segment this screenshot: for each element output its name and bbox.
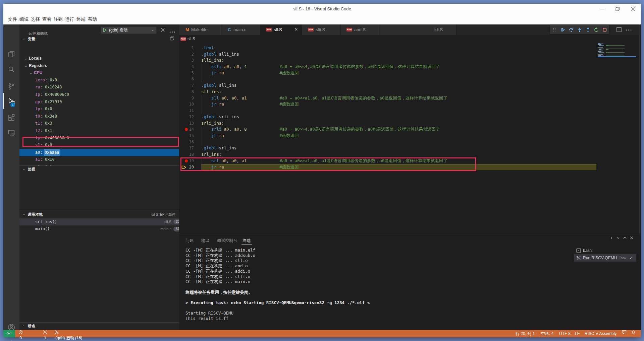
activity-bar-extensions-icon[interactable] bbox=[7, 114, 15, 122]
debug-stop-icon[interactable] bbox=[602, 27, 607, 32]
register-row-ra[interactable]: ra: 0x10248 bbox=[19, 84, 179, 91]
more-actions-icon[interactable]: ··· bbox=[169, 29, 176, 35]
status-line-col[interactable]: 行 20, 列 1 bbox=[516, 330, 535, 337]
section-callstack[interactable]: ⌄调用堆栈 因 STEP 已暂停 bbox=[19, 211, 179, 218]
panel-tab-输出[interactable]: 输出 bbox=[201, 237, 209, 244]
status-eol[interactable]: LF bbox=[575, 330, 580, 337]
register-row-a0[interactable]: a0: 0xaaaa bbox=[19, 149, 179, 156]
panel-tab-问题[interactable]: 问题 bbox=[185, 237, 194, 244]
tab-sll.S[interactable]: ASMsll.S✕ bbox=[260, 24, 302, 35]
debug-step-out-icon[interactable] bbox=[585, 27, 591, 32]
terminal-line[interactable]: CC -[M] 正在构建 ... slti.o bbox=[185, 274, 250, 279]
debug-restart-icon[interactable] bbox=[594, 27, 599, 32]
menu-item-3[interactable]: 查看 bbox=[42, 14, 51, 24]
tab-and.S[interactable]: ASMand.S bbox=[341, 24, 379, 35]
menu-item-4[interactable]: 转到 bbox=[54, 14, 63, 24]
status-debug-config[interactable]: (gdb) 启动 (16) bbox=[54, 330, 82, 337]
feedback-icon[interactable] bbox=[622, 330, 627, 337]
debug-step-over-icon[interactable] bbox=[569, 27, 574, 32]
callstack-frame-1[interactable]: main()main.c67:1 bbox=[19, 225, 179, 233]
register-row-zero[interactable]: zero: 0x0 bbox=[19, 77, 179, 84]
tab-main.c[interactable]: Cmain.c bbox=[221, 24, 260, 35]
activity-bar-remote-explorer-icon[interactable] bbox=[7, 129, 15, 137]
close-button[interactable] bbox=[626, 4, 641, 14]
section-watch[interactable]: ⌄监视 bbox=[19, 166, 179, 173]
start-debug-icon[interactable] bbox=[103, 28, 107, 32]
terminal-list-item-Run RISCV-QEMU[interactable]: Run RISCV-QEMUTask✓ bbox=[574, 254, 636, 262]
code-line-10[interactable]: 10 jr ra #函数返回 bbox=[179, 101, 596, 108]
status-problems[interactable]: 0 0 bbox=[18, 330, 24, 337]
activity-bar-source-control-icon[interactable] bbox=[7, 82, 15, 90]
code-line-17[interactable]: 17.globl srl_ins bbox=[179, 145, 596, 151]
activity-bar-search-icon[interactable] bbox=[7, 65, 15, 73]
code-line-14[interactable]: 14 srli a0, a0, 8 #a0 = a0>>4,a0是C语言调用者传… bbox=[179, 126, 596, 133]
remote-indicator[interactable]: >< bbox=[3, 330, 15, 337]
code-line-5[interactable]: 5 jr ra #函数返回 bbox=[179, 70, 596, 76]
debug-continue-icon[interactable] bbox=[560, 27, 566, 32]
code-line-6[interactable]: 6 bbox=[179, 76, 596, 82]
status-encoding[interactable]: UTF-8 bbox=[559, 330, 571, 337]
panel-tab-终端[interactable]: 终端 bbox=[243, 237, 251, 244]
menu-item-6[interactable]: 终端 bbox=[76, 14, 86, 24]
section-breakpoints[interactable]: ›断点 bbox=[19, 323, 179, 330]
minimap-slider[interactable] bbox=[598, 56, 636, 57]
launch-config-dropdown[interactable]: (gdb) 启动 ⌄ bbox=[101, 26, 157, 34]
restore-button[interactable] bbox=[610, 4, 626, 14]
code-editor[interactable]: 1.text2.globl slli_ins3slli_ins:4 slli a… bbox=[179, 45, 596, 172]
terminal-line[interactable]: CC -[M] 正在构建 ... sll.o bbox=[185, 258, 248, 263]
close-tab-icon[interactable]: ✕ bbox=[294, 24, 298, 35]
code-line-8[interactable]: 8sll_ins: bbox=[179, 89, 596, 95]
activity-bar-explorer-icon[interactable] bbox=[7, 50, 15, 58]
code-line-3[interactable]: 3slli_ins: bbox=[179, 57, 596, 64]
code-line-13[interactable]: 13srli_ins: bbox=[179, 120, 596, 127]
register-row-sp[interactable]: sp: 0x408006c0 bbox=[19, 91, 179, 98]
terminal-dropdown-icon[interactable] bbox=[615, 235, 621, 241]
code-line-7[interactable]: 7.globl sll_ins bbox=[179, 82, 596, 89]
menu-item-2[interactable]: 选择 bbox=[31, 14, 40, 24]
minimap[interactable] bbox=[598, 43, 636, 60]
new-terminal-icon[interactable]: ＋ bbox=[608, 235, 614, 241]
code-line-11[interactable]: 11 bbox=[179, 108, 596, 114]
terminal-line[interactable]: CC -[M] 正在构建 ... main.o bbox=[185, 279, 250, 284]
status-language[interactable]: RISC-V Assembly bbox=[585, 330, 616, 337]
register-row-gp[interactable]: gp: 0x27910 bbox=[19, 98, 179, 106]
terminal-line[interactable]: CC -[M] 正在构建 ... addi.o bbox=[185, 269, 250, 274]
register-row-t2[interactable]: t2: 0x1 bbox=[19, 127, 179, 135]
debug-step-into-icon[interactable] bbox=[577, 27, 582, 32]
register-row-t0[interactable]: t0: 0x3e8 bbox=[19, 113, 179, 120]
status-tasks[interactable]: 1 bbox=[43, 330, 47, 337]
code-line-18[interactable]: 18srl_ins: bbox=[179, 151, 596, 158]
terminal-list-item-bash[interactable]: bash bbox=[574, 247, 636, 254]
terminal-line[interactable]: Starting RISCV-QEMU bbox=[185, 311, 233, 316]
terminal-line[interactable]: > Executing task: echo Starting RISCV-QE… bbox=[185, 300, 370, 305]
terminal-line[interactable]: CC -[M] 正在构建 ... main.elf bbox=[185, 248, 255, 253]
maximize-panel-icon[interactable] bbox=[622, 235, 628, 241]
terminal-line[interactable]: 终端将被任务重用，按任意键关闭。 bbox=[185, 290, 253, 295]
gear-icon[interactable] bbox=[160, 27, 165, 32]
code-line-1[interactable]: 1.text bbox=[179, 45, 596, 51]
notifications-bell-icon[interactable] bbox=[631, 330, 636, 337]
code-line-12[interactable]: 12.globl srli_ins bbox=[179, 114, 596, 120]
tab-ldi.S[interactable]: ldi.S bbox=[379, 24, 457, 35]
close-panel-icon[interactable] bbox=[629, 235, 635, 241]
minimize-button[interactable] bbox=[595, 4, 610, 14]
menu-item-5[interactable]: 运行 bbox=[65, 14, 74, 24]
menu-item-0[interactable]: 文件 bbox=[8, 14, 17, 24]
panel-tab-调试控制台[interactable]: 调试控制台 bbox=[217, 237, 237, 244]
register-row-a1[interactable]: a1: 0x10 bbox=[19, 156, 179, 163]
callstack-frame-0[interactable]: srl_ins()sll.S20:1 bbox=[19, 218, 179, 226]
tab-Makefile[interactable]: MMakefile bbox=[179, 24, 221, 35]
tab-slti.S[interactable]: ASMslti.S bbox=[302, 24, 341, 35]
menu-item-1[interactable]: 编辑 bbox=[19, 14, 29, 24]
breadcrumb[interactable]: ASM sll.S bbox=[179, 35, 641, 44]
register-row-tp[interactable]: tp: 0x0 bbox=[19, 106, 179, 113]
terminal-line[interactable]: CC -[M] 正在构建 ... and.o bbox=[185, 263, 248, 269]
status-spaces[interactable]: 空格: 4 bbox=[541, 330, 553, 337]
code-line-16[interactable]: 16 bbox=[179, 139, 596, 145]
code-line-2[interactable]: 2.globl slli_ins bbox=[179, 51, 596, 58]
activity-bar-settings-icon[interactable] bbox=[7, 339, 15, 341]
terminal-line[interactable]: This result is:ff bbox=[185, 316, 228, 321]
code-line-15[interactable]: 15 jr ra #函数返回 bbox=[179, 133, 596, 139]
register-row-t1[interactable]: t1: 0x3 bbox=[19, 120, 179, 127]
tree-row[interactable]: ⌄Locals bbox=[19, 55, 179, 62]
